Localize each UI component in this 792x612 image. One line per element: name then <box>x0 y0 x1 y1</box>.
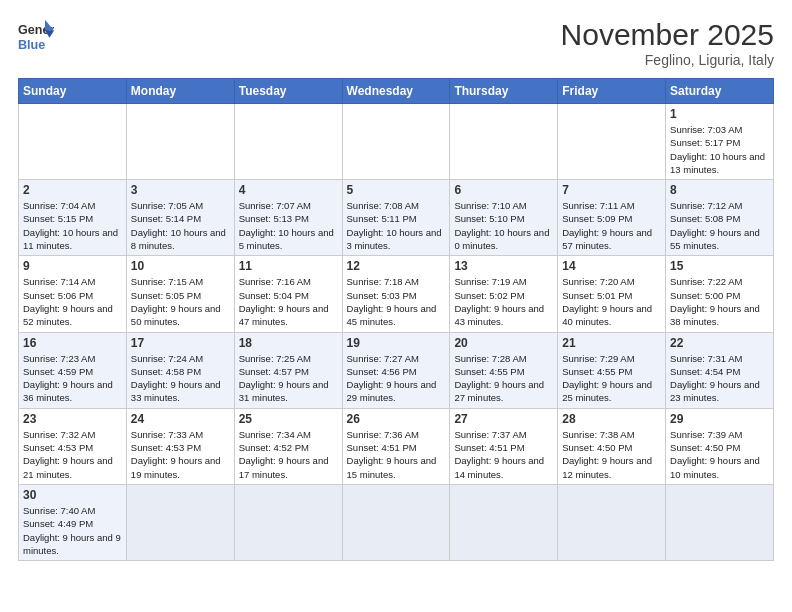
calendar-header-row: Sunday Monday Tuesday Wednesday Thursday… <box>19 79 774 104</box>
day-info: Sunrise: 7:28 AM Sunset: 4:55 PM Dayligh… <box>454 352 553 405</box>
table-row: 24Sunrise: 7:33 AM Sunset: 4:53 PM Dayli… <box>126 408 234 484</box>
logo: General Blue <box>18 18 54 54</box>
day-info: Sunrise: 7:16 AM Sunset: 5:04 PM Dayligh… <box>239 275 338 328</box>
day-info: Sunrise: 7:07 AM Sunset: 5:13 PM Dayligh… <box>239 199 338 252</box>
table-row: 3Sunrise: 7:05 AM Sunset: 5:14 PM Daylig… <box>126 180 234 256</box>
day-info: Sunrise: 7:37 AM Sunset: 4:51 PM Dayligh… <box>454 428 553 481</box>
table-row: 11Sunrise: 7:16 AM Sunset: 5:04 PM Dayli… <box>234 256 342 332</box>
table-row: 13Sunrise: 7:19 AM Sunset: 5:02 PM Dayli… <box>450 256 558 332</box>
calendar-week-row: 2Sunrise: 7:04 AM Sunset: 5:15 PM Daylig… <box>19 180 774 256</box>
day-number: 6 <box>454 183 553 197</box>
table-row: 14Sunrise: 7:20 AM Sunset: 5:01 PM Dayli… <box>558 256 666 332</box>
day-number: 12 <box>347 259 446 273</box>
day-number: 3 <box>131 183 230 197</box>
table-row: 4Sunrise: 7:07 AM Sunset: 5:13 PM Daylig… <box>234 180 342 256</box>
table-row: 10Sunrise: 7:15 AM Sunset: 5:05 PM Dayli… <box>126 256 234 332</box>
day-info: Sunrise: 7:39 AM Sunset: 4:50 PM Dayligh… <box>670 428 769 481</box>
day-info: Sunrise: 7:32 AM Sunset: 4:53 PM Dayligh… <box>23 428 122 481</box>
day-number: 29 <box>670 412 769 426</box>
day-info: Sunrise: 7:40 AM Sunset: 4:49 PM Dayligh… <box>23 504 122 557</box>
day-info: Sunrise: 7:15 AM Sunset: 5:05 PM Dayligh… <box>131 275 230 328</box>
day-info: Sunrise: 7:18 AM Sunset: 5:03 PM Dayligh… <box>347 275 446 328</box>
table-row <box>234 484 342 560</box>
day-info: Sunrise: 7:22 AM Sunset: 5:00 PM Dayligh… <box>670 275 769 328</box>
calendar-week-row: 16Sunrise: 7:23 AM Sunset: 4:59 PM Dayli… <box>19 332 774 408</box>
calendar-table: Sunday Monday Tuesday Wednesday Thursday… <box>18 78 774 561</box>
day-info: Sunrise: 7:04 AM Sunset: 5:15 PM Dayligh… <box>23 199 122 252</box>
col-saturday: Saturday <box>666 79 774 104</box>
calendar-week-row: 30Sunrise: 7:40 AM Sunset: 4:49 PM Dayli… <box>19 484 774 560</box>
table-row: 22Sunrise: 7:31 AM Sunset: 4:54 PM Dayli… <box>666 332 774 408</box>
table-row: 19Sunrise: 7:27 AM Sunset: 4:56 PM Dayli… <box>342 332 450 408</box>
table-row: 26Sunrise: 7:36 AM Sunset: 4:51 PM Dayli… <box>342 408 450 484</box>
day-info: Sunrise: 7:27 AM Sunset: 4:56 PM Dayligh… <box>347 352 446 405</box>
day-number: 9 <box>23 259 122 273</box>
day-number: 14 <box>562 259 661 273</box>
table-row: 2Sunrise: 7:04 AM Sunset: 5:15 PM Daylig… <box>19 180 127 256</box>
month-title: November 2025 <box>561 18 774 52</box>
table-row: 17Sunrise: 7:24 AM Sunset: 4:58 PM Dayli… <box>126 332 234 408</box>
table-row: 25Sunrise: 7:34 AM Sunset: 4:52 PM Dayli… <box>234 408 342 484</box>
table-row: 7Sunrise: 7:11 AM Sunset: 5:09 PM Daylig… <box>558 180 666 256</box>
day-number: 30 <box>23 488 122 502</box>
day-number: 4 <box>239 183 338 197</box>
table-row <box>450 484 558 560</box>
col-thursday: Thursday <box>450 79 558 104</box>
table-row <box>126 484 234 560</box>
header: General Blue November 2025 Feglino, Ligu… <box>18 18 774 68</box>
col-monday: Monday <box>126 79 234 104</box>
col-tuesday: Tuesday <box>234 79 342 104</box>
table-row: 8Sunrise: 7:12 AM Sunset: 5:08 PM Daylig… <box>666 180 774 256</box>
table-row: 30Sunrise: 7:40 AM Sunset: 4:49 PM Dayli… <box>19 484 127 560</box>
table-row: 16Sunrise: 7:23 AM Sunset: 4:59 PM Dayli… <box>19 332 127 408</box>
calendar-week-row: 23Sunrise: 7:32 AM Sunset: 4:53 PM Dayli… <box>19 408 774 484</box>
day-info: Sunrise: 7:11 AM Sunset: 5:09 PM Dayligh… <box>562 199 661 252</box>
calendar-week-row: 1Sunrise: 7:03 AM Sunset: 5:17 PM Daylig… <box>19 104 774 180</box>
day-number: 13 <box>454 259 553 273</box>
col-sunday: Sunday <box>19 79 127 104</box>
day-info: Sunrise: 7:05 AM Sunset: 5:14 PM Dayligh… <box>131 199 230 252</box>
day-info: Sunrise: 7:10 AM Sunset: 5:10 PM Dayligh… <box>454 199 553 252</box>
day-number: 2 <box>23 183 122 197</box>
table-row <box>19 104 127 180</box>
day-number: 1 <box>670 107 769 121</box>
day-info: Sunrise: 7:33 AM Sunset: 4:53 PM Dayligh… <box>131 428 230 481</box>
day-number: 5 <box>347 183 446 197</box>
svg-text:Blue: Blue <box>18 38 45 52</box>
day-number: 18 <box>239 336 338 350</box>
day-info: Sunrise: 7:25 AM Sunset: 4:57 PM Dayligh… <box>239 352 338 405</box>
day-number: 8 <box>670 183 769 197</box>
day-info: Sunrise: 7:38 AM Sunset: 4:50 PM Dayligh… <box>562 428 661 481</box>
day-info: Sunrise: 7:23 AM Sunset: 4:59 PM Dayligh… <box>23 352 122 405</box>
table-row: 12Sunrise: 7:18 AM Sunset: 5:03 PM Dayli… <box>342 256 450 332</box>
day-info: Sunrise: 7:34 AM Sunset: 4:52 PM Dayligh… <box>239 428 338 481</box>
day-info: Sunrise: 7:19 AM Sunset: 5:02 PM Dayligh… <box>454 275 553 328</box>
table-row: 15Sunrise: 7:22 AM Sunset: 5:00 PM Dayli… <box>666 256 774 332</box>
day-info: Sunrise: 7:03 AM Sunset: 5:17 PM Dayligh… <box>670 123 769 176</box>
table-row <box>342 484 450 560</box>
day-info: Sunrise: 7:29 AM Sunset: 4:55 PM Dayligh… <box>562 352 661 405</box>
day-number: 26 <box>347 412 446 426</box>
table-row <box>126 104 234 180</box>
col-wednesday: Wednesday <box>342 79 450 104</box>
day-number: 21 <box>562 336 661 350</box>
day-number: 16 <box>23 336 122 350</box>
table-row: 29Sunrise: 7:39 AM Sunset: 4:50 PM Dayli… <box>666 408 774 484</box>
table-row <box>558 484 666 560</box>
page: General Blue November 2025 Feglino, Ligu… <box>0 0 792 612</box>
day-info: Sunrise: 7:20 AM Sunset: 5:01 PM Dayligh… <box>562 275 661 328</box>
table-row: 20Sunrise: 7:28 AM Sunset: 4:55 PM Dayli… <box>450 332 558 408</box>
day-number: 20 <box>454 336 553 350</box>
calendar-week-row: 9Sunrise: 7:14 AM Sunset: 5:06 PM Daylig… <box>19 256 774 332</box>
day-info: Sunrise: 7:31 AM Sunset: 4:54 PM Dayligh… <box>670 352 769 405</box>
day-info: Sunrise: 7:36 AM Sunset: 4:51 PM Dayligh… <box>347 428 446 481</box>
table-row: 6Sunrise: 7:10 AM Sunset: 5:10 PM Daylig… <box>450 180 558 256</box>
table-row <box>234 104 342 180</box>
day-info: Sunrise: 7:08 AM Sunset: 5:11 PM Dayligh… <box>347 199 446 252</box>
table-row: 18Sunrise: 7:25 AM Sunset: 4:57 PM Dayli… <box>234 332 342 408</box>
generalblue-logo-icon: General Blue <box>18 18 54 54</box>
day-number: 22 <box>670 336 769 350</box>
day-number: 28 <box>562 412 661 426</box>
day-info: Sunrise: 7:24 AM Sunset: 4:58 PM Dayligh… <box>131 352 230 405</box>
day-number: 19 <box>347 336 446 350</box>
